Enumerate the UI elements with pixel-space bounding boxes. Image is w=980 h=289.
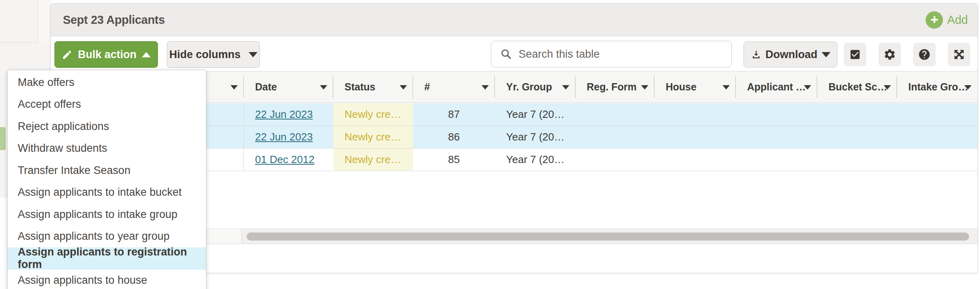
cell-date: 22 Jun 2023: [244, 103, 333, 126]
cell-house: [654, 149, 736, 171]
column-header-number[interactable]: #: [413, 71, 495, 103]
horizontal-scrollbar-thumb[interactable]: [247, 232, 969, 241]
download-label: Download: [766, 48, 818, 61]
background-divider: [0, 42, 37, 43]
cell-status: Newly cre…: [333, 149, 413, 171]
cell-number: 85: [413, 149, 495, 171]
cell-yr-group: Year 7 (20…: [495, 149, 575, 171]
column-header-applicant[interactable]: Applicant …: [736, 71, 817, 103]
filter-icon: [884, 85, 891, 90]
cell-yr-group: Year 7 (20…: [495, 126, 575, 148]
bulk-action-menu: Make offers Accept offers Reject applica…: [7, 70, 206, 289]
filter-icon: [723, 85, 730, 90]
menu-item-assign-intake-group[interactable]: Assign applicants to intake group: [8, 203, 206, 226]
filter-icon: [482, 85, 489, 90]
column-header-status[interactable]: Status: [333, 71, 413, 103]
date-link[interactable]: 22 Jun 2023: [255, 108, 313, 121]
column-header-bucket-score[interactable]: Bucket Sc…: [817, 71, 897, 103]
filter-icon: [964, 85, 972, 90]
menu-item-reject-applications[interactable]: Reject applications: [8, 115, 206, 138]
pencil-icon: [62, 49, 73, 60]
menu-item-assign-year-group[interactable]: Assign applicants to year group: [8, 226, 206, 248]
settings-button[interactable]: [878, 43, 901, 66]
column-header-house[interactable]: House: [654, 71, 736, 103]
date-link[interactable]: 01 Dec 2012: [255, 153, 314, 166]
bulk-action-label: Bulk action: [78, 48, 137, 61]
cell-status: Newly cre…: [333, 126, 413, 148]
cell-date: 22 Jun 2023: [244, 126, 333, 148]
fullscreen-button[interactable]: [948, 43, 970, 66]
cell-date: 01 Dec 2012: [244, 149, 333, 171]
cell-reg-form: [575, 126, 654, 148]
menu-item-withdraw-students[interactable]: Withdraw students: [8, 138, 206, 160]
background-left-panel-corner: [37, 0, 51, 43]
add-button-label: Add: [947, 13, 968, 27]
hide-columns-button[interactable]: Hide columns: [167, 41, 260, 68]
cell-bucket-score: [817, 149, 897, 171]
background-green-button-edge: [0, 127, 6, 150]
download-button[interactable]: Download: [743, 42, 837, 67]
menu-item-assign-registration-form[interactable]: Assign applicants to registration form: [8, 247, 206, 270]
checkbox-check-icon: [849, 48, 861, 61]
filter-icon: [562, 85, 569, 90]
question-mark-icon: [918, 48, 931, 61]
cell-intake-group: [897, 149, 978, 171]
filter-icon: [320, 85, 327, 90]
filter-icon: [804, 85, 811, 90]
cell-house: [654, 103, 736, 126]
plus-circle-icon: +: [926, 11, 943, 29]
column-header-date[interactable]: Date: [244, 71, 333, 103]
cell-intake-group: [897, 126, 978, 148]
chevron-down-icon: [822, 52, 831, 57]
add-button[interactable]: + Add: [926, 11, 968, 29]
menu-item-accept-offers[interactable]: Accept offers: [8, 94, 206, 116]
cell-reg-form: [575, 103, 654, 126]
cell-reg-form: [575, 149, 654, 171]
cell-intake-group: [897, 103, 978, 126]
table-search: [491, 41, 732, 67]
menu-item-assign-intake-bucket[interactable]: Assign applicants to intake bucket: [8, 182, 206, 204]
cell-number: 87: [413, 103, 495, 126]
menu-item-make-offers[interactable]: Make offers: [8, 71, 206, 94]
column-header-yr-group[interactable]: Yr. Group: [495, 71, 575, 103]
filter-icon: [400, 85, 407, 90]
hide-columns-label: Hide columns: [169, 48, 241, 61]
menu-item-transfer-intake-season[interactable]: Transfer Intake Season: [8, 159, 206, 182]
cell-bucket-score: [817, 126, 897, 148]
expand-arrows-icon: [953, 48, 965, 61]
cell-applicant: [736, 149, 817, 171]
cell-status: Newly cre…: [333, 103, 413, 126]
column-header-intake-group[interactable]: Intake Gro…: [897, 71, 978, 103]
cell-applicant: [736, 103, 817, 126]
chevron-down-icon: [249, 52, 257, 57]
bulk-action-button[interactable]: Bulk action: [54, 41, 158, 68]
cell-number: 86: [413, 126, 495, 148]
cell-applicant: [736, 126, 817, 148]
cell-house: [654, 126, 736, 148]
page-title: Sept 23 Applicants: [63, 13, 165, 27]
filter-icon: [641, 85, 648, 90]
chevron-up-icon: [142, 52, 151, 57]
filter-icon: [230, 85, 238, 90]
bulk-select-button[interactable]: [844, 43, 866, 66]
menu-item-assign-house[interactable]: Assign applicants to house: [8, 270, 206, 289]
column-header-reg-form[interactable]: Reg. Form: [575, 71, 654, 103]
download-icon: [751, 49, 762, 60]
table-toolbar: Bulk action Hide columns Downloa: [51, 37, 978, 71]
panel-header: Sept 23 Applicants + Add: [51, 4, 978, 36]
help-button[interactable]: [913, 43, 936, 66]
cell-yr-group: Year 7 (20…: [495, 103, 575, 126]
search-icon: [500, 48, 512, 60]
screen: Sept 23 Applicants + Add Bulk action Hid…: [0, 0, 980, 289]
date-link[interactable]: 22 Jun 2023: [255, 131, 313, 143]
gear-icon: [883, 48, 896, 61]
cell-bucket-score: [817, 103, 897, 126]
search-input[interactable]: [519, 48, 723, 61]
